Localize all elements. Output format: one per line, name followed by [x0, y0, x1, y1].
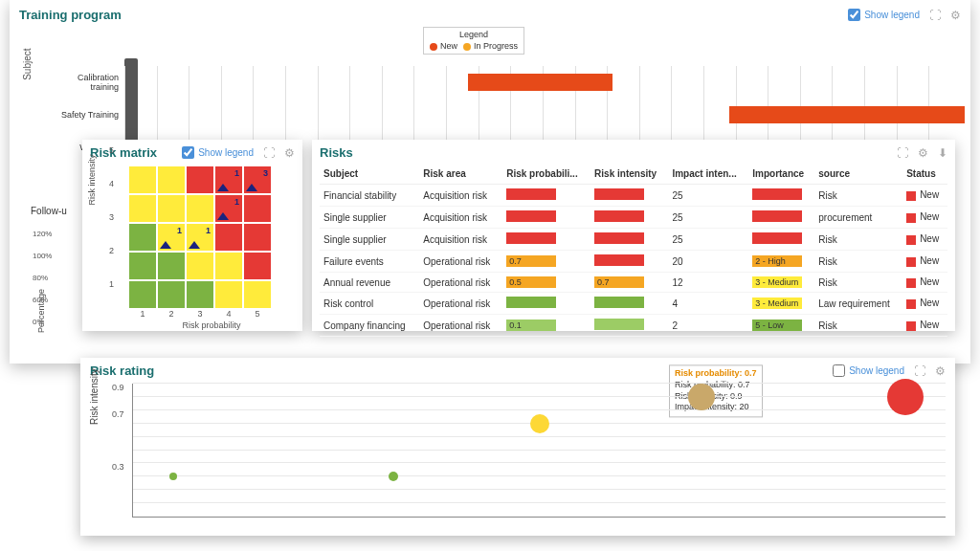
table-row[interactable]: Failure eventsOperational risk0.7202 - H… — [320, 251, 947, 273]
matrix-cell[interactable] — [128, 194, 157, 223]
rating-show-legend-checkbox[interactable] — [833, 364, 845, 377]
subject-cell: Single supplier — [320, 229, 419, 251]
impact-cell: 25 — [668, 185, 748, 207]
show-legend-label: Show legend — [849, 365, 904, 376]
subject-cell: Financial stability — [320, 185, 419, 207]
gantt-bar[interactable] — [729, 106, 964, 123]
risks-table: SubjectRisk areaRisk probabili...Risk in… — [320, 164, 947, 337]
gear-icon[interactable]: ⚙ — [950, 9, 961, 22]
table-row[interactable]: Company financingOperational risk0.125 -… — [320, 315, 947, 337]
download-icon[interactable]: ⬇ — [938, 146, 947, 160]
matrix-cell[interactable] — [128, 223, 157, 252]
rating-bubble[interactable] — [169, 473, 177, 480]
prob-bar: 0.7 — [506, 255, 556, 267]
expand-icon[interactable]: ⛶ — [914, 364, 925, 378]
area-cell: Acquisition risk — [419, 229, 502, 251]
column-header[interactable]: source — [814, 164, 902, 185]
importance-bar — [752, 210, 802, 222]
rating-scatter[interactable]: Risk probability: 0.7 Risk probability: … — [132, 384, 946, 518]
impact-cell: 20 — [668, 251, 748, 273]
gear-icon[interactable]: ⚙ — [284, 146, 295, 160]
column-header[interactable]: Risk area — [419, 164, 502, 185]
matrix-cell[interactable] — [243, 223, 272, 252]
matrix-cell[interactable] — [157, 280, 186, 309]
matrix-cell[interactable] — [186, 165, 214, 194]
matrix-cell[interactable]: 1 — [214, 165, 243, 194]
matrix-cell[interactable] — [214, 252, 243, 280]
matrix-cell[interactable] — [157, 165, 186, 194]
gantt-bar[interactable] — [468, 74, 612, 91]
matrix-cell[interactable] — [214, 280, 243, 309]
table-row[interactable]: Single supplierAcquisition risk25procure… — [320, 207, 947, 229]
matrix-cell[interactable]: 1 — [214, 194, 243, 223]
subject-cell: Failure events — [320, 251, 419, 273]
training-show-legend-checkbox[interactable] — [848, 9, 860, 21]
table-row[interactable]: Single supplierAcquisition risk25RiskNew — [320, 229, 947, 251]
matrix-cell[interactable] — [243, 252, 272, 280]
prob-bar — [506, 297, 556, 308]
status-cell: New — [902, 185, 947, 207]
status-icon — [906, 213, 916, 223]
source-cell: Risk — [814, 273, 902, 293]
matrix-cell[interactable] — [243, 194, 272, 223]
column-header[interactable]: Impact inten... — [668, 164, 748, 185]
matrix-show-legend[interactable]: Show legend — [182, 146, 254, 159]
training-show-legend[interactable]: Show legend — [848, 9, 920, 21]
matrix-cell[interactable] — [243, 280, 272, 309]
rating-bubble[interactable] — [530, 414, 549, 433]
source-cell: Risk — [814, 315, 902, 337]
status-cell: New — [902, 315, 947, 337]
matrix-cell[interactable]: 1 — [186, 223, 214, 252]
expand-icon[interactable]: ⛶ — [929, 9, 941, 22]
expand-icon[interactable]: ⛶ — [263, 146, 275, 160]
matrix-cell[interactable]: 1 — [157, 223, 186, 252]
subject-cell: Risk control — [320, 293, 419, 315]
impact-cell: 4 — [668, 293, 748, 315]
area-cell: Operational risk — [419, 273, 502, 293]
status-icon — [906, 278, 916, 288]
matrix-cell[interactable] — [186, 194, 214, 223]
status-cell: New — [902, 273, 947, 293]
matrix-cell[interactable] — [128, 280, 157, 309]
impact-cell: 25 — [668, 207, 748, 229]
gear-icon[interactable]: ⚙ — [918, 146, 928, 160]
gantt-row: Safety Training — [57, 99, 961, 131]
intensity-bar: 0.7 — [594, 276, 644, 288]
prob-bar: 0.5 — [506, 276, 556, 288]
matrix-cell[interactable] — [128, 165, 157, 194]
column-header[interactable]: Status — [902, 164, 947, 185]
risk-matrix-panel: Risk matrix Show legend ⛶ ⚙ Risk intensi… — [82, 140, 302, 331]
status-icon — [906, 299, 916, 309]
expand-icon[interactable]: ⛶ — [897, 146, 908, 160]
column-header[interactable]: Risk probabili... — [502, 164, 590, 185]
matrix-cell[interactable] — [128, 252, 157, 280]
table-row[interactable]: Financial stabilityAcquisition risk25Ris… — [320, 185, 947, 207]
column-header[interactable]: Risk intensity — [590, 164, 668, 185]
status-cell: New — [902, 207, 947, 229]
matrix-cell[interactable]: 3 — [243, 165, 272, 194]
status-icon — [906, 321, 916, 331]
risks-header-row: SubjectRisk areaRisk probabili...Risk in… — [320, 164, 947, 185]
table-row[interactable]: Risk controlOperational risk43 - MediumL… — [320, 293, 947, 315]
gear-icon[interactable]: ⚙ — [935, 364, 946, 378]
matrix-cell[interactable] — [157, 194, 186, 223]
source-cell: Risk — [814, 229, 902, 251]
matrix-cell[interactable] — [186, 252, 214, 280]
status-icon — [906, 235, 916, 245]
column-header[interactable]: Subject — [320, 164, 419, 185]
rating-bubble[interactable] — [688, 384, 715, 410]
rating-title: Risk rating — [90, 364, 154, 378]
source-cell: Risk — [814, 185, 902, 207]
rating-bubble[interactable] — [389, 472, 398, 481]
matrix-heatmap[interactable]: 11113 — [128, 165, 272, 309]
rating-bubble[interactable] — [887, 379, 924, 415]
matrix-cell[interactable] — [157, 252, 186, 280]
followup-label: Follow-u — [31, 206, 67, 216]
rating-show-legend[interactable]: Show legend — [833, 364, 904, 377]
matrix-cell[interactable] — [186, 280, 214, 309]
matrix-cell[interactable] — [214, 223, 243, 252]
column-header[interactable]: Importance — [748, 164, 814, 185]
table-row[interactable]: Annual revenueOperational risk0.50.7123 … — [320, 273, 947, 293]
intensity-bar — [594, 297, 644, 308]
matrix-show-legend-checkbox[interactable] — [182, 146, 194, 159]
